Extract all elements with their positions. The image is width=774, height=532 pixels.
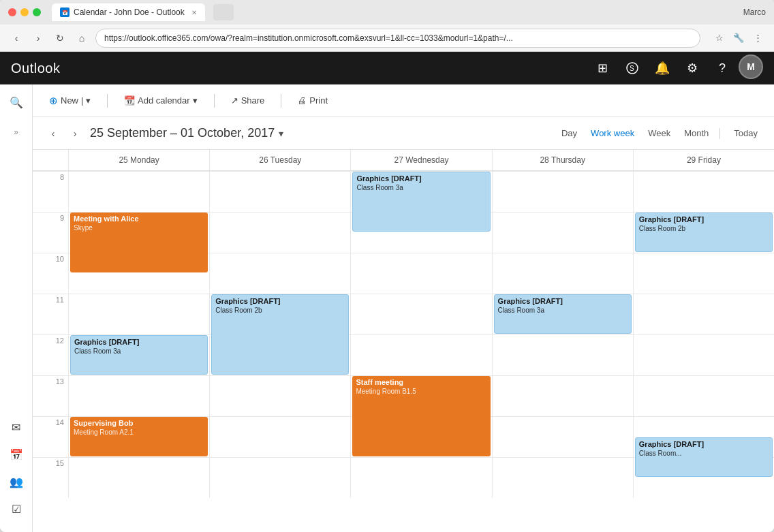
calendar-header-row: 25 Monday 26 Tuesday 27 Wednesday 28 Thu… xyxy=(33,150,774,171)
people-icon-btn[interactable]: 👥 xyxy=(4,469,29,494)
day-slot-1-hour-15[interactable] xyxy=(209,457,350,498)
menu-icon[interactable]: ⋮ xyxy=(749,30,766,46)
day-slot-3-hour-15[interactable] xyxy=(492,457,633,498)
bottom-sidebar-icons: ✉ 📅 👥 ☑ xyxy=(4,415,29,527)
extension-icon[interactable]: 🔧 xyxy=(730,30,747,46)
day-slot-1-hour-9[interactable] xyxy=(209,212,350,253)
event-e6[interactable]: Graphics [DRAFT] Class Room 3a xyxy=(70,335,208,375)
tasks-icon-btn[interactable]: ☑ xyxy=(4,497,29,521)
print-button[interactable]: 🖨 Print xyxy=(292,93,333,108)
date-range-dropdown-icon[interactable]: ▾ xyxy=(279,128,283,139)
forward-button[interactable]: › xyxy=(30,30,46,46)
calendar-icon-btn[interactable]: 📅 xyxy=(4,442,29,467)
notifications-icon-button[interactable]: 🔔 xyxy=(649,54,676,82)
day-slot-2-hour-8[interactable]: Graphics [DRAFT] Class Room 3a xyxy=(350,171,491,212)
minimize-button[interactable] xyxy=(20,8,29,16)
day-slot-3-hour-9[interactable] xyxy=(492,212,633,253)
day-slot-0-hour-8[interactable] xyxy=(68,171,209,212)
bookmark-icon[interactable]: ☆ xyxy=(711,30,728,46)
day-slot-4-hour-9[interactable]: Graphics [DRAFT] Class Room 2b xyxy=(633,212,774,253)
day-slot-0-hour-13[interactable] xyxy=(68,375,209,416)
skype-icon-button[interactable]: S xyxy=(619,54,646,82)
today-button[interactable]: Today xyxy=(728,125,763,141)
day-slot-0-hour-11[interactable] xyxy=(68,294,209,334)
traffic-lights xyxy=(8,8,41,16)
day-slot-0-hour-14[interactable]: Supervising Bob Meeting Room A2.1 xyxy=(68,416,209,457)
hour-label-11: 11 xyxy=(33,294,68,334)
browser-titlebar: 📅 Calendar - John Doe - Outlook ✕ Marco xyxy=(0,0,774,25)
day-slot-3-hour-14[interactable] xyxy=(492,416,633,457)
day-slot-0-hour-15[interactable] xyxy=(68,457,209,498)
address-input[interactable] xyxy=(95,29,700,48)
day-slot-2-hour-11[interactable] xyxy=(350,294,491,334)
view-day-button[interactable]: Day xyxy=(556,125,583,141)
day-slot-2-hour-10[interactable] xyxy=(350,253,491,294)
day-slot-3-hour-11[interactable]: Graphics [DRAFT] Class Room 3a xyxy=(492,294,633,334)
day-slot-4-hour-11[interactable] xyxy=(633,294,774,334)
search-icon-btn[interactable]: 🔍 xyxy=(4,90,29,114)
event-e3[interactable]: Graphics [DRAFT] Class Room 2b xyxy=(635,213,773,252)
view-month-button[interactable]: Month xyxy=(679,125,714,141)
event-e1[interactable]: Graphics [DRAFT] Class Room 3a xyxy=(352,172,490,232)
calendar-area: ⊕ New | ▾ 📆 Add calendar ▾ ↗ Share xyxy=(33,84,774,532)
new-event-icon: ⊕ xyxy=(49,95,58,107)
next-period-button[interactable]: › xyxy=(65,124,84,143)
day-slot-3-hour-10[interactable] xyxy=(492,253,633,294)
day-slot-1-hour-10[interactable] xyxy=(209,253,350,294)
day-slot-4-hour-14[interactable]: Graphics [DRAFT] Class Room... xyxy=(633,416,774,457)
day-slot-2-hour-13[interactable]: Staff meeting Meeting Room B1.5 xyxy=(350,375,491,416)
event-location-e2: Skype xyxy=(74,223,204,232)
day-slot-4-hour-8[interactable] xyxy=(633,171,774,212)
expand-icon-btn[interactable]: » xyxy=(4,120,29,144)
event-e2[interactable]: Meeting with Alice Skype xyxy=(70,213,208,272)
view-workweek-button[interactable]: Work week xyxy=(585,125,640,141)
back-button[interactable]: ‹ xyxy=(8,30,25,46)
browser-tab[interactable]: 📅 Calendar - John Doe - Outlook ✕ xyxy=(52,3,205,21)
avatar[interactable]: M xyxy=(739,54,763,79)
day-slot-1-hour-13[interactable] xyxy=(209,375,350,416)
reload-button[interactable]: ↻ xyxy=(52,30,68,46)
home-button[interactable]: ⌂ xyxy=(74,30,90,46)
new-event-dropdown[interactable]: | ▾ xyxy=(81,95,91,106)
print-label: Print xyxy=(309,95,328,106)
settings-icon-button[interactable]: ⚙ xyxy=(679,54,706,82)
day-slot-3-hour-13[interactable] xyxy=(492,375,633,416)
tab-close-icon[interactable]: ✕ xyxy=(191,9,197,16)
event-e9[interactable]: Graphics [DRAFT] Class Room... xyxy=(635,437,773,477)
day-slot-4-hour-12[interactable] xyxy=(633,334,774,375)
new-tab-button[interactable] xyxy=(213,4,234,20)
day-slot-0-hour-12[interactable]: Graphics [DRAFT] Class Room 3a xyxy=(68,334,209,375)
prev-period-button[interactable]: ‹ xyxy=(44,124,63,143)
day-slot-3-hour-8[interactable] xyxy=(492,171,633,212)
day-slot-4-hour-10[interactable] xyxy=(633,253,774,294)
help-icon-button[interactable]: ? xyxy=(709,54,736,82)
sidebar-narrow: 🔍 » ✉ 📅 👥 ☑ xyxy=(0,84,33,532)
event-location-e1: Class Room 3a xyxy=(356,183,486,192)
mail-icon-btn[interactable]: ✉ xyxy=(4,415,29,439)
waffle-icon-button[interactable]: ⊞ xyxy=(589,54,616,82)
share-button[interactable]: ↗ Share xyxy=(226,93,270,108)
event-e5[interactable]: Graphics [DRAFT] Class Room 3a xyxy=(494,294,632,334)
close-button[interactable] xyxy=(8,8,16,16)
day-header-tue: 26 Tuesday xyxy=(209,150,350,170)
add-calendar-button[interactable]: 📆 Add calendar ▾ xyxy=(119,93,203,108)
view-week-button[interactable]: Week xyxy=(643,125,676,141)
day-slot-1-hour-14[interactable] xyxy=(209,416,350,457)
hour-label-10: 10 xyxy=(33,253,68,294)
day-slot-3-hour-12[interactable] xyxy=(492,334,633,375)
day-slot-2-hour-12[interactable] xyxy=(350,334,491,375)
maximize-button[interactable] xyxy=(33,8,41,16)
day-slot-2-hour-15[interactable] xyxy=(350,457,491,498)
day-slot-4-hour-13[interactable] xyxy=(633,375,774,416)
event-title-e3: Graphics [DRAFT] xyxy=(639,215,769,224)
event-e7[interactable]: Staff meeting Meeting Room B1.5 xyxy=(352,376,490,456)
view-divider xyxy=(719,128,720,139)
day-slot-0-hour-9[interactable]: Meeting with Alice Skype xyxy=(68,212,209,253)
day-slot-1-hour-8[interactable] xyxy=(209,171,350,212)
event-e8[interactable]: Supervising Bob Meeting Room A2.1 xyxy=(70,417,208,456)
day-slot-1-hour-11[interactable]: Graphics [DRAFT] Class Room 2b xyxy=(209,294,350,334)
event-e4[interactable]: Graphics [DRAFT] Class Room 2b xyxy=(211,294,349,375)
event-location-e5: Class Room 3a xyxy=(498,306,628,315)
svg-text:S: S xyxy=(630,65,634,72)
new-event-button[interactable]: ⊕ New | ▾ xyxy=(44,92,96,110)
